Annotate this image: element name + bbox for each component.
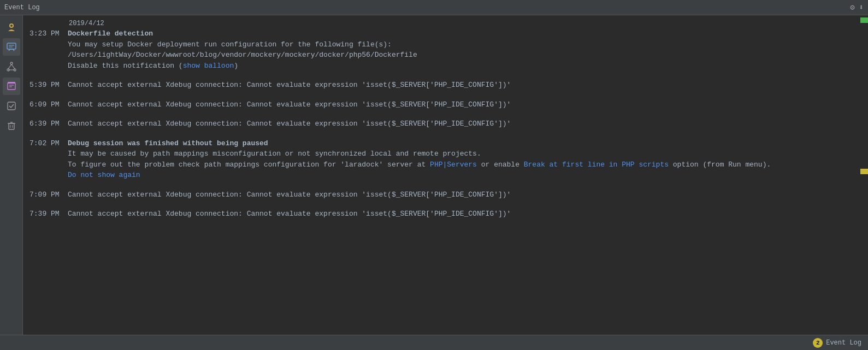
title-bar-left: Event Log [4,4,40,11]
sidebar-item-todo[interactable] [3,97,20,115]
sidebar [0,15,23,335]
svg-rect-11 [8,83,15,90]
log-sep-4 [29,133,854,138]
badge-count: 2 [813,338,823,348]
log-entry-xdebug-3: 6:39 PM Cannot accept external Xdebug co… [29,118,854,129]
svg-rect-2 [7,43,16,49]
log-title-1: Dockerfile detection [68,29,153,38]
log-sep-5 [29,184,854,189]
log-line-5c: or enable [477,161,524,169]
log-line-1a: You may setup Docker deployment run conf… [68,40,392,49]
log-title-5: Debug session was finished without being… [68,139,268,147]
main-area: 2019/4/12 3:23 PM Dockerfile detection Y… [0,15,868,335]
log-time-7: 7:39 PM [29,209,68,220]
todo-icon [7,101,16,111]
sidebar-item-tasks[interactable] [3,78,20,95]
log-line-5d: option (from Run menu). [669,161,771,169]
log-line-1c: Disable this notification ( [68,62,183,70]
title-bar-title: Event Log [4,4,40,11]
log-entry-xdebug-1: 5:39 PM Cannot accept external Xdebug co… [29,80,854,91]
log-msg-7: Cannot accept external Xdebug connection… [68,210,511,218]
trash-icon [7,121,16,130]
log-entry-debug-session: 7:02 PM Debug session was finished witho… [29,138,854,181]
log-body-5: Debug session was finished without being… [68,138,854,181]
tasks-icon [7,81,16,91]
network-icon [7,62,16,72]
svg-point-5 [10,62,13,64]
log-msg-4: Cannot accept external Xdebug connection… [68,120,511,128]
log-time-3: 6:09 PM [29,99,68,110]
log-entry-xdebug-4: 7:09 PM Cannot accept external Xdebug co… [29,189,854,200]
log-body-7: Cannot accept external Xdebug connection… [68,209,854,220]
indicator-yellow [860,169,868,174]
sidebar-item-messages[interactable] [3,38,20,56]
download-icon[interactable]: ⬇ [859,3,864,12]
status-bar: 2 Event Log [0,335,868,350]
svg-line-9 [11,64,15,69]
scroll-area: 2019/4/12 3:23 PM Dockerfile detection Y… [23,15,868,335]
log-sep-6 [29,203,854,209]
show-balloon-link[interactable]: show balloon [183,62,234,70]
event-log-badge[interactable]: 2 Event Log [813,338,861,348]
log-line-5a: It may be caused by path mappings miscon… [68,150,481,158]
svg-rect-15 [8,102,15,110]
log-entry-xdebug-2: 6:09 PM Cannot accept external Xdebug co… [29,99,854,110]
log-sep-2 [29,94,854,99]
chat-icon [7,42,16,52]
log-entry-dockerfile: 3:23 PM Dockerfile detection You may set… [29,28,854,71]
status-bar-label: Event Log [826,339,861,347]
log-sep-1 [29,74,854,80]
log-line-5b: To figure out the problem check path map… [68,161,430,169]
log-sep-3 [29,113,854,118]
log-body-2: Cannot accept external Xdebug connection… [68,80,854,91]
title-bar-right: ⚙ ⬇ [850,3,864,12]
date-header: 2019/4/12 [29,20,854,27]
sidebar-item-trash[interactable] [3,117,20,134]
indicator-green [860,17,868,23]
log-body-3: Cannot accept external Xdebug connection… [68,99,854,110]
log-entry-xdebug-5: 7:39 PM Cannot accept external Xdebug co… [29,209,854,220]
settings-icon[interactable]: ⚙ [850,3,854,12]
svg-line-8 [8,64,11,69]
log-time-4: 6:39 PM [29,118,68,129]
title-bar: Event Log ⚙ ⬇ [0,0,868,15]
do-not-show-again-link[interactable]: Do not show again [68,171,140,179]
svg-point-1 [10,25,13,27]
log-line-1b: /Users/lightWay/Docker/wwwroot/blog/vend… [68,51,417,59]
break-first-line-link[interactable]: Break at first line in PHP scripts [524,161,669,169]
right-indicators [860,15,868,335]
log-time-5: 7:02 PM [29,138,68,181]
logo-icon [7,22,16,32]
log-line-1d: ) [234,62,238,70]
log-content[interactable]: 2019/4/12 3:23 PM Dockerfile detection Y… [23,15,860,335]
sidebar-item-logo[interactable] [3,19,20,36]
log-body-6: Cannot accept external Xdebug connection… [68,189,854,200]
log-msg-6: Cannot accept external Xdebug connection… [68,191,511,199]
log-time-2: 5:39 PM [29,80,68,91]
php-servers-link[interactable]: PHP|Servers [430,161,477,169]
log-body-4: Cannot accept external Xdebug connection… [68,118,854,129]
sidebar-item-network[interactable] [3,58,20,75]
log-time-1: 3:23 PM [29,28,68,71]
log-msg-3: Cannot accept external Xdebug connection… [68,100,511,109]
log-msg-2: Cannot accept external Xdebug connection… [68,81,511,89]
log-body-1: Dockerfile detection You may setup Docke… [68,28,854,71]
svg-rect-14 [8,82,15,84]
svg-rect-16 [9,123,14,129]
log-time-6: 7:09 PM [29,189,68,200]
